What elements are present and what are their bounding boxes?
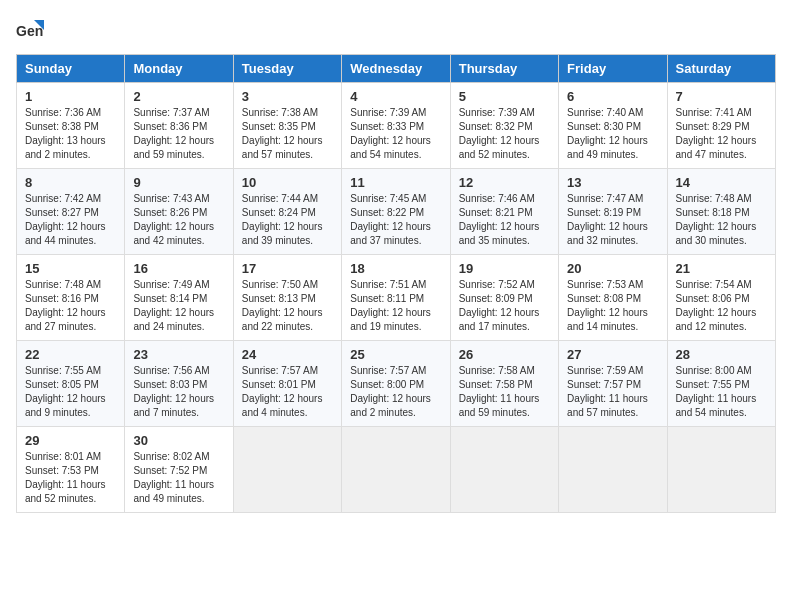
calendar-cell: 22Sunrise: 7:55 AMSunset: 8:05 PMDayligh… [17,341,125,427]
day-info: Sunrise: 8:00 AMSunset: 7:55 PMDaylight:… [676,364,767,420]
calendar-week-row: 8Sunrise: 7:42 AMSunset: 8:27 PMDaylight… [17,169,776,255]
day-info: Sunrise: 7:57 AMSunset: 8:00 PMDaylight:… [350,364,441,420]
day-info: Sunrise: 7:55 AMSunset: 8:05 PMDaylight:… [25,364,116,420]
calendar-header-row: SundayMondayTuesdayWednesdayThursdayFrid… [17,55,776,83]
day-number: 10 [242,175,333,190]
calendar-cell: 15Sunrise: 7:48 AMSunset: 8:16 PMDayligh… [17,255,125,341]
day-number: 29 [25,433,116,448]
logo: Gen [16,16,48,44]
day-number: 16 [133,261,224,276]
calendar-cell: 2Sunrise: 7:37 AMSunset: 8:36 PMDaylight… [125,83,233,169]
day-number: 27 [567,347,658,362]
column-header-saturday: Saturday [667,55,775,83]
calendar-cell: 29Sunrise: 8:01 AMSunset: 7:53 PMDayligh… [17,427,125,513]
day-info: Sunrise: 7:39 AMSunset: 8:32 PMDaylight:… [459,106,550,162]
day-number: 8 [25,175,116,190]
calendar-cell: 14Sunrise: 7:48 AMSunset: 8:18 PMDayligh… [667,169,775,255]
calendar-cell: 12Sunrise: 7:46 AMSunset: 8:21 PMDayligh… [450,169,558,255]
page-header: Gen [16,16,776,44]
calendar-cell: 20Sunrise: 7:53 AMSunset: 8:08 PMDayligh… [559,255,667,341]
day-info: Sunrise: 7:39 AMSunset: 8:33 PMDaylight:… [350,106,441,162]
logo-icon: Gen [16,16,44,44]
calendar-cell [233,427,341,513]
calendar-cell: 17Sunrise: 7:50 AMSunset: 8:13 PMDayligh… [233,255,341,341]
day-number: 14 [676,175,767,190]
calendar-cell: 11Sunrise: 7:45 AMSunset: 8:22 PMDayligh… [342,169,450,255]
day-info: Sunrise: 7:48 AMSunset: 8:16 PMDaylight:… [25,278,116,334]
day-number: 1 [25,89,116,104]
day-info: Sunrise: 8:02 AMSunset: 7:52 PMDaylight:… [133,450,224,506]
day-number: 30 [133,433,224,448]
calendar-cell: 27Sunrise: 7:59 AMSunset: 7:57 PMDayligh… [559,341,667,427]
day-number: 17 [242,261,333,276]
day-info: Sunrise: 7:47 AMSunset: 8:19 PMDaylight:… [567,192,658,248]
day-number: 25 [350,347,441,362]
calendar-week-row: 1Sunrise: 7:36 AMSunset: 8:38 PMDaylight… [17,83,776,169]
day-number: 22 [25,347,116,362]
calendar-cell [450,427,558,513]
day-number: 24 [242,347,333,362]
day-number: 3 [242,89,333,104]
day-info: Sunrise: 7:38 AMSunset: 8:35 PMDaylight:… [242,106,333,162]
calendar-cell: 3Sunrise: 7:38 AMSunset: 8:35 PMDaylight… [233,83,341,169]
day-info: Sunrise: 7:53 AMSunset: 8:08 PMDaylight:… [567,278,658,334]
day-info: Sunrise: 7:58 AMSunset: 7:58 PMDaylight:… [459,364,550,420]
day-number: 13 [567,175,658,190]
day-number: 20 [567,261,658,276]
day-number: 7 [676,89,767,104]
day-info: Sunrise: 7:37 AMSunset: 8:36 PMDaylight:… [133,106,224,162]
column-header-sunday: Sunday [17,55,125,83]
day-number: 5 [459,89,550,104]
column-header-wednesday: Wednesday [342,55,450,83]
column-header-thursday: Thursday [450,55,558,83]
day-info: Sunrise: 7:49 AMSunset: 8:14 PMDaylight:… [133,278,224,334]
calendar-week-row: 29Sunrise: 8:01 AMSunset: 7:53 PMDayligh… [17,427,776,513]
calendar-week-row: 15Sunrise: 7:48 AMSunset: 8:16 PMDayligh… [17,255,776,341]
calendar-cell: 7Sunrise: 7:41 AMSunset: 8:29 PMDaylight… [667,83,775,169]
day-number: 11 [350,175,441,190]
day-number: 9 [133,175,224,190]
day-info: Sunrise: 7:43 AMSunset: 8:26 PMDaylight:… [133,192,224,248]
day-info: Sunrise: 7:52 AMSunset: 8:09 PMDaylight:… [459,278,550,334]
calendar-cell: 30Sunrise: 8:02 AMSunset: 7:52 PMDayligh… [125,427,233,513]
calendar-cell: 24Sunrise: 7:57 AMSunset: 8:01 PMDayligh… [233,341,341,427]
day-number: 18 [350,261,441,276]
calendar-cell: 5Sunrise: 7:39 AMSunset: 8:32 PMDaylight… [450,83,558,169]
column-header-monday: Monday [125,55,233,83]
day-number: 23 [133,347,224,362]
calendar-cell: 23Sunrise: 7:56 AMSunset: 8:03 PMDayligh… [125,341,233,427]
day-info: Sunrise: 7:59 AMSunset: 7:57 PMDaylight:… [567,364,658,420]
calendar-cell: 13Sunrise: 7:47 AMSunset: 8:19 PMDayligh… [559,169,667,255]
calendar-table: SundayMondayTuesdayWednesdayThursdayFrid… [16,54,776,513]
svg-text:Gen: Gen [16,23,43,39]
day-number: 2 [133,89,224,104]
day-info: Sunrise: 7:50 AMSunset: 8:13 PMDaylight:… [242,278,333,334]
column-header-friday: Friday [559,55,667,83]
day-info: Sunrise: 7:45 AMSunset: 8:22 PMDaylight:… [350,192,441,248]
day-info: Sunrise: 7:44 AMSunset: 8:24 PMDaylight:… [242,192,333,248]
day-info: Sunrise: 7:42 AMSunset: 8:27 PMDaylight:… [25,192,116,248]
column-header-tuesday: Tuesday [233,55,341,83]
calendar-cell: 18Sunrise: 7:51 AMSunset: 8:11 PMDayligh… [342,255,450,341]
day-number: 4 [350,89,441,104]
day-number: 12 [459,175,550,190]
day-info: Sunrise: 8:01 AMSunset: 7:53 PMDaylight:… [25,450,116,506]
calendar-cell: 25Sunrise: 7:57 AMSunset: 8:00 PMDayligh… [342,341,450,427]
calendar-cell: 1Sunrise: 7:36 AMSunset: 8:38 PMDaylight… [17,83,125,169]
day-number: 15 [25,261,116,276]
calendar-cell: 8Sunrise: 7:42 AMSunset: 8:27 PMDaylight… [17,169,125,255]
day-info: Sunrise: 7:46 AMSunset: 8:21 PMDaylight:… [459,192,550,248]
day-info: Sunrise: 7:36 AMSunset: 8:38 PMDaylight:… [25,106,116,162]
day-number: 26 [459,347,550,362]
day-info: Sunrise: 7:40 AMSunset: 8:30 PMDaylight:… [567,106,658,162]
day-info: Sunrise: 7:57 AMSunset: 8:01 PMDaylight:… [242,364,333,420]
calendar-cell: 26Sunrise: 7:58 AMSunset: 7:58 PMDayligh… [450,341,558,427]
calendar-cell [342,427,450,513]
calendar-cell: 16Sunrise: 7:49 AMSunset: 8:14 PMDayligh… [125,255,233,341]
day-info: Sunrise: 7:41 AMSunset: 8:29 PMDaylight:… [676,106,767,162]
calendar-cell: 4Sunrise: 7:39 AMSunset: 8:33 PMDaylight… [342,83,450,169]
calendar-week-row: 22Sunrise: 7:55 AMSunset: 8:05 PMDayligh… [17,341,776,427]
day-number: 21 [676,261,767,276]
calendar-cell [667,427,775,513]
calendar-cell: 19Sunrise: 7:52 AMSunset: 8:09 PMDayligh… [450,255,558,341]
